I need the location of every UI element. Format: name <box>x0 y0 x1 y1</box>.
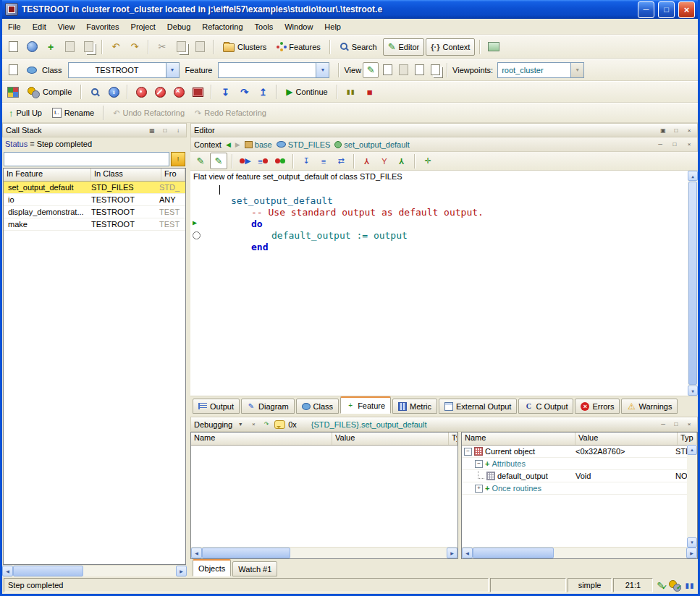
code-line[interactable]: -- Use standard output as default output… <box>219 207 698 218</box>
pause-button[interactable]: ▮▮ <box>342 84 360 100</box>
menu-refactoring[interactable]: Refactoring <box>196 20 248 34</box>
ancestors-button[interactable]: Y <box>359 153 375 169</box>
breadcrumb-cluster[interactable]: base <box>245 140 272 149</box>
object-tree-row[interactable]: default_output Void NON <box>462 470 697 482</box>
debugging-close-button[interactable]: × <box>684 420 694 429</box>
tab-class[interactable]: Class <box>296 399 340 414</box>
menu-edit[interactable]: Edit <box>27 20 52 34</box>
minimize-button[interactable]: ─ <box>638 1 654 18</box>
code-line[interactable]: set_output_default <box>219 195 698 207</box>
open-project-button[interactable] <box>23 39 41 55</box>
scroll-left-button[interactable]: ◀ <box>2 566 13 576</box>
tab-c-output[interactable]: CC Output <box>518 399 573 414</box>
stack-depth-button[interactable]: ! <box>171 152 185 166</box>
scroll-right-button[interactable]: ▶ <box>176 566 187 576</box>
external-editor-button[interactable] <box>485 39 502 55</box>
rename-button[interactable]: I.. Rename <box>48 105 98 121</box>
editor-vscrollbar[interactable]: ▲ ▼ <box>688 171 698 396</box>
menu-project[interactable]: Project <box>125 20 161 34</box>
feature-combo[interactable]: ▼ <box>218 62 329 78</box>
new-document-button[interactable] <box>4 39 22 55</box>
debugging-menu-button[interactable]: ▾ <box>235 420 245 429</box>
ignore-breakpoints-button[interactable] <box>151 84 169 100</box>
code-editor[interactable]: Flat view of feature set_output_default … <box>190 171 698 396</box>
menu-favorites[interactable]: Favorites <box>80 20 125 34</box>
objects-empty-area[interactable] <box>462 495 697 547</box>
search-error-button[interactable] <box>86 84 104 100</box>
tab-metric[interactable]: Metric <box>392 399 437 414</box>
breadcrumb-class[interactable]: STD_FILES <box>277 140 331 149</box>
object-tree-row[interactable]: −Current object <0x32A8760> STD_ <box>462 446 697 458</box>
scroll-left-button[interactable]: ◀ <box>191 548 202 558</box>
redo-refactoring-button[interactable]: ↷ Redo Refactoring <box>190 105 271 121</box>
menu-help[interactable]: Help <box>319 20 347 34</box>
scroll-right-button[interactable]: ▶ <box>686 548 697 558</box>
column-type[interactable]: Typ <box>678 433 697 445</box>
context-toggle-button[interactable]: {·} Context <box>426 38 475 56</box>
debugging-maximize-button[interactable]: □ <box>671 420 681 429</box>
code-line[interactable] <box>219 184 698 195</box>
menu-view[interactable]: View <box>52 20 81 34</box>
code-line[interactable]: do <box>219 218 698 230</box>
object-tree-row[interactable]: ++Once routines <box>462 482 697 495</box>
menu-file[interactable]: File <box>2 20 27 34</box>
go-to-definition-button[interactable]: ▶ <box>237 153 253 169</box>
column-type[interactable]: Type <box>449 433 457 445</box>
scroll-thumb[interactable] <box>202 548 290 558</box>
editor-maximize-button[interactable]: □ <box>671 126 681 135</box>
tab-warnings[interactable]: ⚠Warnings <box>621 399 678 414</box>
redo-button[interactable]: ↷ <box>126 39 143 55</box>
project-settings-button[interactable] <box>4 84 22 100</box>
code-line[interactable]: default_output := output <box>219 230 698 242</box>
menu-tools[interactable]: Tools <box>249 20 279 34</box>
code-line[interactable]: end <box>219 242 698 253</box>
tab-external-output[interactable]: External Output <box>439 399 517 414</box>
scroll-thumb[interactable] <box>688 182 697 385</box>
watch-hscrollbar[interactable]: ◀ ▶ <box>191 547 457 558</box>
stop-button[interactable]: ■ <box>361 84 379 100</box>
call-stack-row[interactable]: make TESTROOT TEST <box>4 218 185 231</box>
remove-breakpoints-button[interactable] <box>170 84 187 100</box>
clusters-button[interactable]: Clusters <box>219 39 271 55</box>
maximize-button[interactable]: □ <box>658 1 675 18</box>
step-marker-button[interactable]: ↧ <box>298 153 314 169</box>
save-button[interactable] <box>61 39 78 55</box>
object-tree-row[interactable]: −+Attributes <box>462 458 697 470</box>
undo-button[interactable]: ↶ <box>107 39 125 55</box>
paste-button[interactable] <box>191 39 208 55</box>
column-value[interactable]: Value <box>332 433 449 445</box>
breakpoint-slot-icon[interactable] <box>193 231 201 239</box>
close-button[interactable]: × <box>678 1 695 18</box>
call-stack-filter-input[interactable] <box>4 152 169 166</box>
editor-toggle-button[interactable]: ✎ Editor <box>383 38 425 56</box>
contract-view-button[interactable] <box>412 63 426 77</box>
save-all-button[interactable] <box>80 39 97 55</box>
swap-view-button[interactable]: ⇄ <box>333 153 349 169</box>
compile-button[interactable]: Compile <box>23 84 76 100</box>
scroll-down-button[interactable]: ▼ <box>687 537 697 548</box>
tooltip-bubble-icon[interactable] <box>274 420 285 429</box>
tab-feature[interactable]: +Feature <box>340 396 391 414</box>
save-call-stack-button[interactable]: ▦ <box>147 126 157 135</box>
menu-debug[interactable]: Debug <box>161 20 196 34</box>
call-stack-header[interactable]: Call Stack ▦ □ ↓ <box>2 123 187 137</box>
descendants-button[interactable]: Y <box>376 153 392 169</box>
features-button[interactable]: Features <box>272 39 324 55</box>
column-in-class[interactable]: In Class <box>91 169 161 181</box>
objects-vscrollbar[interactable]: ▲ ▼ <box>687 445 697 548</box>
call-stack-row[interactable]: display_demonstrat... TESTROOT TEST <box>4 206 185 218</box>
column-name[interactable]: Name <box>462 433 575 445</box>
feature-combo-dropdown[interactable]: ▼ <box>316 63 329 77</box>
remove-watch-button[interactable]: × <box>248 420 258 429</box>
step-out-button[interactable]: ↥ <box>254 84 271 100</box>
call-stack-row[interactable]: io TESTROOT ANY <box>4 194 185 206</box>
watch-empty-area[interactable] <box>191 446 457 547</box>
open-in-editor-button[interactable]: ✎ <box>210 153 227 169</box>
context-maximize-button[interactable]: □ <box>670 140 680 149</box>
titlebar[interactable]: TESTROOT in cluster root_cluster located… <box>2 0 698 19</box>
scroll-thumb[interactable] <box>473 548 554 558</box>
open-new-window-button[interactable] <box>4 62 22 78</box>
edit-feature-button[interactable]: ✎ <box>193 153 208 169</box>
class-combo[interactable]: TESTROOT ▼ <box>68 62 180 78</box>
scroll-thumb[interactable] <box>13 566 83 576</box>
